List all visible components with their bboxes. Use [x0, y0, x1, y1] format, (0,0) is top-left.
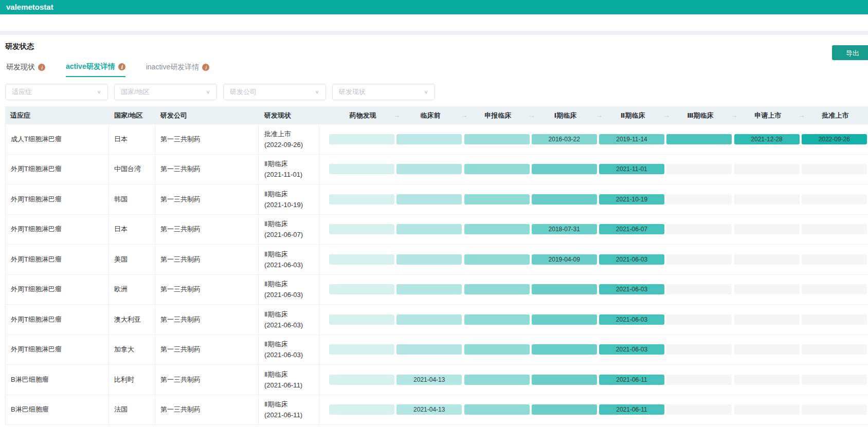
stage-bar-4 [532, 375, 597, 385]
tab-bar: 研发现状iactive研发详情iinactive研发详情i [6, 62, 209, 77]
info-icon[interactable]: i [202, 64, 209, 71]
stage-bar-2 [396, 164, 462, 174]
stage-bars: 2021-10-19 [319, 184, 868, 214]
stage-bar-2 [396, 194, 462, 205]
stage-bars: 2021-04-132021-06-11 [319, 365, 868, 395]
stage-bar-2: 2021-04-13 [396, 404, 462, 415]
info-icon[interactable]: i [118, 63, 125, 70]
stage-bar-3 [464, 194, 530, 205]
stage-bar-7 [734, 284, 800, 294]
cell-status: Ⅱ期临床(2021-06-07) [259, 215, 319, 245]
cell-status: Ⅱ期临床(2021-06-03) [259, 245, 319, 274]
stage-bar-8 [802, 254, 867, 265]
cell-status: Ⅱ期临床(2021-06-03) [259, 275, 319, 305]
stage-bar-7 [734, 314, 800, 325]
table-row: 外周T细胞淋巴瘤韩国第一三共制药Ⅱ期临床(2021-10-19)2021-10-… [5, 184, 868, 215]
top-brand-bar: valemetostat [0, 0, 868, 14]
tab-rd-status[interactable]: 研发现状i [6, 62, 45, 77]
stage-label: 申请上市 [754, 112, 781, 119]
table-header-row: 适应症国家/地区研发公司研发现状药物发现→临床前→申报临床→Ⅰ期临床→Ⅱ期临床→… [5, 106, 868, 124]
stage-bar-8 [802, 224, 867, 234]
cell-region: 加拿大 [109, 335, 155, 365]
export-button[interactable]: 导出 [832, 45, 868, 60]
chevron-down-icon: ∨ [97, 89, 101, 95]
stage-columns-header: 药物发现→临床前→申报临床→Ⅰ期临床→Ⅱ期临床→Ⅲ期临床→申请上市→批准上市 [319, 106, 868, 124]
column-header-0: 适应症 [5, 106, 109, 124]
stage-bar-1 [329, 314, 394, 325]
cell-status: Ⅱ期临床(2021-11-01) [259, 155, 319, 184]
stage-bar-1 [329, 284, 394, 294]
cell-indication: 外周T细胞淋巴瘤 [5, 215, 109, 245]
stage-bar-8 [802, 314, 867, 325]
cell-company: 第一三共制药 [155, 365, 259, 395]
column-header-1: 国家/地区 [109, 106, 155, 124]
stage-bars: 2021-11-01 [319, 155, 868, 184]
status-date: (2021-06-11) [264, 410, 302, 420]
cell-indication: 外周T细胞淋巴瘤 [5, 275, 109, 305]
stage-bars: 2019-04-092021-06-03 [319, 245, 868, 274]
stage-label: 药物发现 [350, 112, 376, 119]
filter-select-company[interactable]: 研发公司∨ [223, 84, 326, 100]
table-row: 外周T细胞淋巴瘤日本第一三共制药Ⅱ期临床(2021-06-07)2018-07-… [5, 215, 868, 245]
filter-bar: 适应症∨国家/地区∨研发公司∨研发现状∨ [5, 84, 435, 100]
cell-indication: 外周T细胞淋巴瘤 [5, 245, 109, 274]
filter-select-indication[interactable]: 适应症∨ [5, 84, 108, 100]
status-phase: Ⅱ期临床 [264, 309, 287, 320]
filter-placeholder: 适应症 [12, 87, 32, 97]
stage-bar-4 [532, 164, 597, 174]
cell-region: 韩国 [109, 184, 155, 214]
stage-bar-1 [329, 224, 394, 234]
info-icon[interactable]: i [38, 64, 45, 71]
stage-bar-6 [666, 194, 732, 205]
stage-bar-8 [802, 375, 867, 385]
stage-bar-3 [464, 375, 530, 385]
status-date: (2021-06-03) [264, 349, 303, 360]
stage-bar-5: 2021-06-11 [599, 375, 664, 385]
status-date: (2021-10-19) [264, 199, 303, 210]
cell-company: 第一三共制药 [155, 184, 259, 214]
stage-bar-1 [329, 404, 394, 415]
stage-bar-7: 2021-12-28 [734, 134, 800, 144]
stage-bar-4 [532, 344, 597, 355]
stage-bar-1 [329, 164, 394, 174]
status-date: (2021-06-03) [264, 320, 303, 330]
stage-bar-1 [329, 134, 394, 144]
stage-bars: 2018-07-312021-06-07 [319, 215, 868, 245]
status-phase: 批准上市 [264, 128, 291, 139]
tab-inactive-details[interactable]: inactive研发详情i [146, 62, 209, 77]
cell-region: 比利时 [109, 365, 155, 395]
stage-bars: 2016-03-222019-11-142021-12-282022-09-26 [319, 124, 868, 154]
status-phase: Ⅱ期临床 [264, 399, 287, 410]
cell-company: 第一三共制药 [155, 155, 259, 184]
status-phase: Ⅱ期临床 [264, 218, 287, 229]
cell-status: Ⅱ期临床(2021-06-03) [259, 305, 319, 335]
stage-label: Ⅲ期临床 [687, 112, 713, 119]
stage-bar-5: 2021-06-03 [599, 314, 664, 325]
stage-bar-8 [802, 194, 867, 205]
stage-bar-3 [464, 254, 530, 265]
column-header-2: 研发公司 [155, 106, 259, 124]
tab-active-details[interactable]: active研发详情i [66, 62, 125, 77]
status-phase: Ⅱ期临床 [264, 339, 287, 349]
cell-region: 美国 [109, 245, 155, 274]
status-phase: Ⅱ期临床 [264, 249, 287, 259]
stage-label: 临床前 [420, 112, 440, 119]
stage-bar-5: 2019-11-14 [599, 134, 664, 144]
stage-bar-2 [396, 224, 462, 234]
stage-bar-3 [464, 134, 530, 144]
stage-bar-3 [464, 164, 530, 174]
filter-select-region[interactable]: 国家/地区∨ [114, 84, 217, 100]
stage-bar-6 [666, 254, 732, 265]
status-date: (2021-06-03) [264, 289, 303, 300]
stage-bar-8: 2022-09-26 [802, 134, 867, 144]
stage-bar-8 [802, 404, 867, 415]
stage-bar-3 [464, 284, 530, 294]
filter-select-status[interactable]: 研发现状∨ [332, 84, 435, 100]
stage-bar-7 [734, 375, 800, 385]
stage-label: Ⅱ期临床 [621, 112, 645, 119]
stage-bar-5: 2021-10-19 [599, 194, 664, 205]
cell-status: Ⅱ期临床(2021-06-11) [259, 395, 319, 425]
status-phase: Ⅱ期临床 [264, 369, 287, 380]
stage-bar-5: 2021-06-03 [599, 284, 664, 294]
tab-label: 研发现状 [6, 63, 35, 72]
